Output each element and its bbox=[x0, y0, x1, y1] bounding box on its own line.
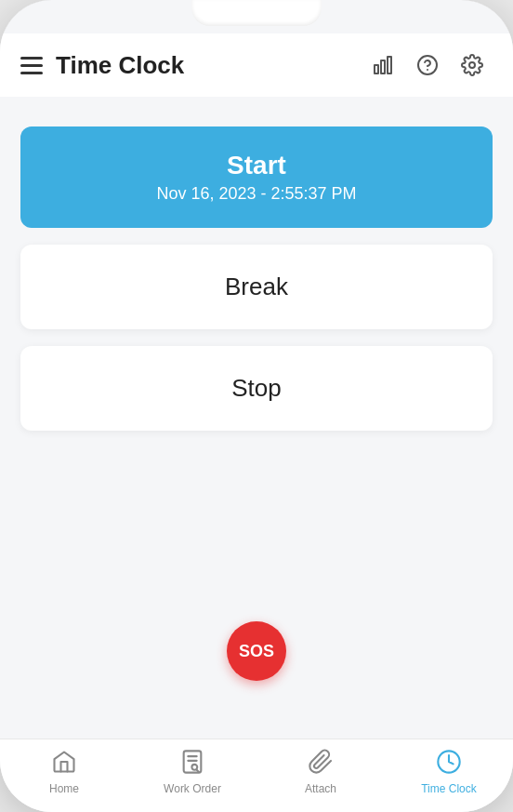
page-title: Time Clock bbox=[56, 51, 184, 80]
nav-item-time-clock[interactable]: Time Clock bbox=[412, 749, 486, 795]
start-label: Start bbox=[39, 151, 474, 180]
screen: Time Clock bbox=[0, 0, 513, 812]
settings-icon[interactable] bbox=[457, 50, 487, 80]
bottom-nav: Home Work Order bbox=[0, 739, 513, 812]
attach-icon bbox=[308, 749, 334, 779]
app-header: Time Clock bbox=[0, 33, 513, 97]
svg-point-5 bbox=[469, 62, 475, 68]
start-button[interactable]: Start Nov 16, 2023 - 2:55:37 PM bbox=[20, 126, 493, 228]
start-datetime: Nov 16, 2023 - 2:55:37 PM bbox=[39, 184, 474, 204]
home-icon bbox=[51, 749, 77, 779]
svg-rect-0 bbox=[375, 65, 378, 73]
nav-label-home: Home bbox=[49, 782, 79, 795]
nav-item-home[interactable]: Home bbox=[27, 749, 101, 795]
stop-button[interactable]: Stop bbox=[20, 346, 493, 431]
break-button[interactable]: Break bbox=[20, 245, 493, 329]
sos-button[interactable]: SOS bbox=[227, 621, 286, 681]
header-left: Time Clock bbox=[20, 51, 184, 80]
svg-rect-2 bbox=[388, 57, 391, 73]
svg-rect-1 bbox=[381, 60, 385, 73]
help-icon[interactable] bbox=[413, 50, 442, 80]
stop-label: Stop bbox=[231, 374, 282, 402]
nav-label-time-clock: Time Clock bbox=[421, 782, 477, 795]
nav-label-attach: Attach bbox=[305, 782, 336, 795]
nav-item-attach[interactable]: Attach bbox=[283, 749, 358, 795]
time-clock-icon bbox=[436, 749, 462, 779]
header-icons bbox=[368, 50, 487, 80]
nav-label-work-order: Work Order bbox=[164, 782, 221, 795]
nav-item-work-order[interactable]: Work Order bbox=[155, 749, 230, 795]
work-order-icon bbox=[179, 749, 205, 779]
phone-frame: Time Clock bbox=[0, 0, 513, 812]
phone-notch bbox=[191, 0, 322, 26]
menu-icon[interactable] bbox=[20, 57, 43, 74]
bar-chart-icon[interactable] bbox=[368, 50, 398, 80]
break-label: Break bbox=[225, 273, 288, 300]
